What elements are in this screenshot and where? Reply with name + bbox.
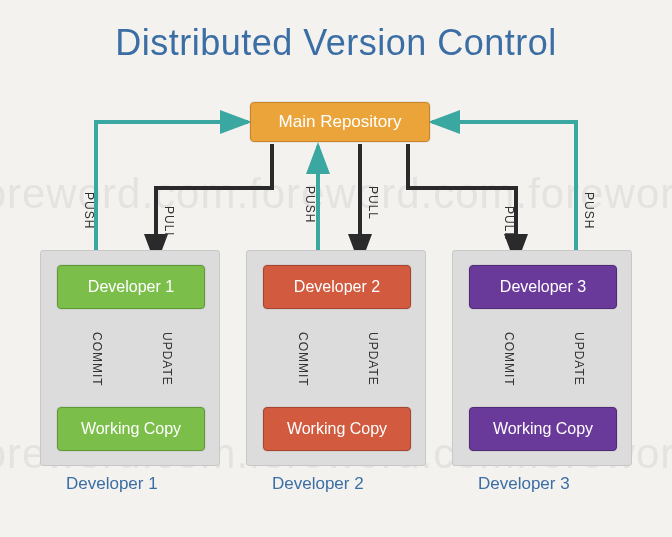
- commit-label: COMMIT: [502, 332, 516, 387]
- working-copy-3-box: Working Copy: [469, 407, 617, 451]
- commit-label: COMMIT: [296, 332, 310, 387]
- developer-panel-3: Developer 3 Working Copy: [452, 250, 632, 466]
- push-label: PUSH: [582, 192, 596, 229]
- caption-dev-3: Developer 3: [478, 474, 570, 494]
- pull-label: PULL: [366, 186, 380, 220]
- pull-label: PULL: [162, 206, 176, 240]
- diagram-title: Distributed Version Control: [0, 0, 672, 64]
- developer-1-box: Developer 1: [57, 265, 205, 309]
- update-label: UPDATE: [160, 332, 174, 386]
- caption-dev-1: Developer 1: [66, 474, 158, 494]
- diagram-stage: Main Repository Developer 1 Working Copy…: [0, 80, 672, 520]
- developer-2-box: Developer 2: [263, 265, 411, 309]
- pull-label: PULL: [502, 206, 516, 240]
- working-copy-2-box: Working Copy: [263, 407, 411, 451]
- developer-panel-2: Developer 2 Working Copy: [246, 250, 426, 466]
- developer-panel-1: Developer 1 Working Copy: [40, 250, 220, 466]
- update-label: UPDATE: [572, 332, 586, 386]
- working-copy-1-box: Working Copy: [57, 407, 205, 451]
- update-label: UPDATE: [366, 332, 380, 386]
- main-repository-box: Main Repository: [250, 102, 430, 142]
- caption-dev-2: Developer 2: [272, 474, 364, 494]
- developer-3-box: Developer 3: [469, 265, 617, 309]
- push-label: PUSH: [82, 192, 96, 229]
- commit-label: COMMIT: [90, 332, 104, 387]
- push-label: PUSH: [303, 186, 317, 223]
